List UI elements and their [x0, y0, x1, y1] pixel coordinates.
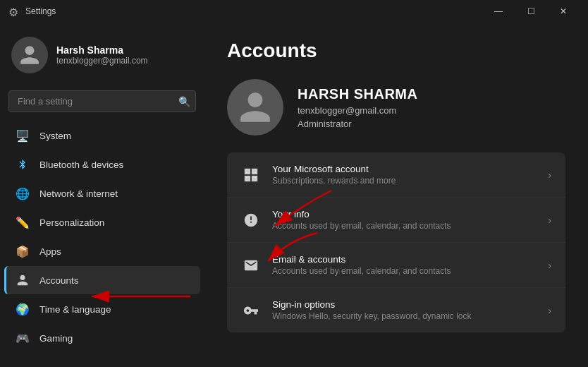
- title-bar: ⚙ Settings — ☐ ✕: [0, 0, 588, 23]
- email-accounts-icon: [241, 255, 261, 275]
- your-info-title: Your info: [272, 209, 537, 219]
- network-icon: 🌐: [16, 186, 30, 200]
- your-info-icon: [241, 210, 261, 230]
- settings-item-sign-in[interactable]: Sign-in options Windows Hello, security …: [227, 288, 565, 332]
- sidebar-item-time[interactable]: 🌍 Time & language: [4, 295, 200, 323]
- gaming-icon: 🎮: [16, 331, 30, 345]
- chevron-right-icon: ›: [548, 169, 551, 181]
- window-controls: — ☐ ✕: [482, 0, 580, 23]
- svg-rect-0: [245, 168, 250, 174]
- sidebar-item-accounts[interactable]: Accounts: [4, 266, 200, 294]
- sidebar-item-label: Bluetooth & devices: [39, 160, 123, 170]
- microsoft-account-text: Your Microsoft account Subscriptions, re…: [272, 164, 537, 186]
- settings-list: Your Microsoft account Subscriptions, re…: [227, 152, 565, 332]
- profile-email: tenxblogger@gmail.com: [56, 56, 148, 66]
- sign-in-desc: Windows Hello, security key, password, d…: [272, 311, 537, 321]
- content-area: Accounts HARSH SHARMA tenxblogger@gmail.…: [204, 23, 588, 367]
- sidebar-item-label: Gaming: [39, 333, 73, 344]
- sidebar-item-apps[interactable]: 📦 Apps: [4, 237, 200, 265]
- email-accounts-title: Email & accounts: [272, 254, 537, 265]
- account-name: HARSH SHARMA: [298, 86, 417, 102]
- bluetooth-icon: [16, 157, 30, 172]
- sidebar-item-label: Time & language: [39, 304, 111, 315]
- accounts-icon: [16, 273, 30, 287]
- sidebar-item-personalization[interactable]: ✏️ Personalization: [4, 208, 200, 236]
- search-input[interactable]: [8, 90, 196, 112]
- microsoft-account-desc: Subscriptions, rewards and more: [272, 176, 537, 186]
- main-layout: Harsh Sharma tenxblogger@gmail.com 🔍 🖥️ …: [0, 23, 588, 367]
- sidebar-item-network[interactable]: 🌐 Network & internet: [4, 179, 200, 207]
- svg-rect-2: [245, 175, 250, 181]
- sign-in-title: Sign-in options: [272, 299, 537, 310]
- sidebar-item-label: Network & internet: [39, 188, 118, 199]
- personalization-icon: ✏️: [16, 215, 30, 229]
- account-profile-card: HARSH SHARMA tenxblogger@gmail.com Admin…: [227, 79, 565, 136]
- account-details: HARSH SHARMA tenxblogger@gmail.com Admin…: [298, 86, 417, 129]
- sidebar-item-label: Personalization: [39, 217, 104, 228]
- nav-items: 🖥️ System Bluetooth & devices 🌐 Network …: [0, 121, 204, 367]
- account-role: Administrator: [298, 119, 417, 129]
- title-bar-title: Settings: [25, 6, 56, 16]
- avatar: [11, 37, 48, 73]
- your-info-text: Your info Accounts used by email, calend…: [272, 209, 537, 231]
- profile-name: Harsh Sharma: [56, 44, 148, 56]
- email-accounts-desc: Accounts used by email, calendar, and co…: [272, 266, 537, 276]
- sign-in-text: Sign-in options Windows Hello, security …: [272, 299, 537, 321]
- minimize-button[interactable]: —: [482, 0, 515, 23]
- sidebar-profile[interactable]: Harsh Sharma tenxblogger@gmail.com: [0, 28, 204, 82]
- your-info-desc: Accounts used by email, calendar, and co…: [272, 221, 537, 231]
- email-accounts-text: Email & accounts Accounts used by email,…: [272, 254, 537, 276]
- time-icon: 🌍: [16, 302, 30, 316]
- sidebar: Harsh Sharma tenxblogger@gmail.com 🔍 🖥️ …: [0, 23, 204, 367]
- system-icon: 🖥️: [16, 128, 30, 143]
- close-button[interactable]: ✕: [547, 0, 580, 23]
- account-email: tenxblogger@gmail.com: [298, 105, 417, 116]
- settings-item-email-accounts[interactable]: Email & accounts Accounts used by email,…: [227, 243, 565, 288]
- sidebar-item-gaming[interactable]: 🎮 Gaming: [4, 324, 200, 352]
- maximize-button[interactable]: ☐: [515, 0, 547, 23]
- settings-item-microsoft-account[interactable]: Your Microsoft account Subscriptions, re…: [227, 152, 565, 198]
- microsoft-account-title: Your Microsoft account: [272, 164, 537, 174]
- apps-icon: 📦: [16, 244, 30, 258]
- svg-rect-1: [252, 168, 257, 174]
- sidebar-item-label: Accounts: [39, 275, 79, 286]
- sign-in-icon: [241, 301, 261, 320]
- search-icon[interactable]: 🔍: [178, 96, 190, 107]
- sidebar-item-label: Apps: [39, 246, 61, 257]
- search-box[interactable]: 🔍: [8, 90, 196, 112]
- page-title: Accounts: [227, 40, 565, 62]
- chevron-right-icon: ›: [548, 305, 551, 316]
- settings-app-icon: ⚙: [8, 6, 20, 17]
- account-avatar: [227, 79, 283, 136]
- profile-info: Harsh Sharma tenxblogger@gmail.com: [56, 44, 148, 66]
- sidebar-item-bluetooth[interactable]: Bluetooth & devices: [4, 150, 200, 179]
- settings-item-your-info[interactable]: Your info Accounts used by email, calend…: [227, 198, 565, 243]
- arrow-annotation-3: [204, 279, 212, 314]
- microsoft-account-icon: [241, 165, 261, 185]
- chevron-right-icon: ›: [548, 260, 551, 271]
- chevron-right-icon: ›: [548, 215, 551, 226]
- sidebar-item-system[interactable]: 🖥️ System: [4, 121, 200, 150]
- sidebar-item-label: System: [39, 131, 71, 141]
- svg-rect-3: [252, 175, 257, 181]
